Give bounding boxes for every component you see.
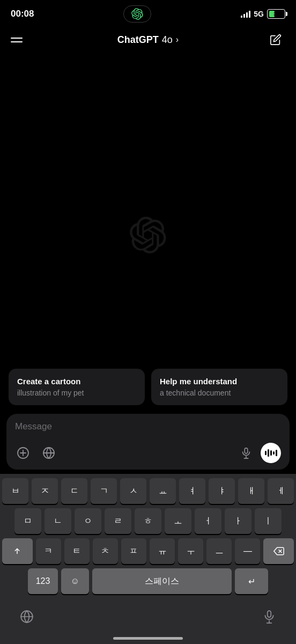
- key-ya[interactable]: ㅑ: [209, 478, 235, 504]
- app-title: ChatGPT: [117, 34, 159, 46]
- model-name: 4o: [162, 34, 173, 46]
- key-row-3: ㅋ ㅌ ㅊ ㅍ ㅠ ㅜ ㅡ —: [2, 538, 294, 564]
- menu-line-1: [11, 38, 23, 39]
- key-a[interactable]: ㅏ: [225, 508, 251, 534]
- keyboard-globe-icon: [20, 610, 34, 624]
- message-input-container: Message: [6, 414, 290, 470]
- model-selector-button[interactable]: ChatGPT 4o ›: [117, 34, 179, 46]
- edit-icon: [270, 34, 282, 46]
- nav-bar: ChatGPT 4o ›: [0, 26, 296, 56]
- key-jieut[interactable]: ㅈ: [32, 478, 58, 504]
- key-dash[interactable]: —: [235, 538, 260, 564]
- message-placeholder[interactable]: Message: [15, 421, 281, 437]
- chatgpt-swirl-icon: [131, 8, 143, 20]
- key-digeut[interactable]: ㄷ: [61, 478, 87, 504]
- key-row-bottom: 123 ☺ 스페이스 ↵: [2, 568, 294, 594]
- input-left-icons: [15, 445, 57, 461]
- keyboard-rows: ㅂ ㅈ ㄷ ㄱ ㅅ ㅛ ㅕ ㅑ ㅐ ㅔ ㅁ ㄴ ㅇ ㄹ ㅎ ㅗ ㅓ ㅏ ㅣ: [0, 474, 296, 601]
- status-right: 5G 37: [241, 9, 285, 19]
- globe-icon: [42, 447, 55, 459]
- key-yo[interactable]: ㅛ: [150, 478, 176, 504]
- key-u[interactable]: ㅜ: [178, 538, 203, 564]
- home-bar: [113, 637, 183, 640]
- globe-button[interactable]: [41, 445, 57, 461]
- input-right-icons: [238, 443, 281, 463]
- key-phieuph[interactable]: ㅍ: [121, 538, 146, 564]
- battery-text: 37: [273, 11, 279, 17]
- status-bar: 00:08 5G 37: [0, 0, 296, 26]
- suggestion-chip-0[interactable]: Create a cartoon illustration of my pet: [9, 369, 145, 405]
- svg-rect-5: [245, 448, 248, 453]
- key-eo[interactable]: ㅓ: [195, 508, 221, 534]
- key-hieut[interactable]: ㅎ: [135, 508, 161, 534]
- keyboard[interactable]: ㅂ ㅈ ㄷ ㄱ ㅅ ㅛ ㅕ ㅑ ㅐ ㅔ ㅁ ㄴ ㅇ ㄹ ㅎ ㅗ ㅓ ㅏ ㅣ: [0, 474, 296, 637]
- suggestion-chip-1[interactable]: Help me understand a technical document: [151, 369, 287, 405]
- key-eu[interactable]: ㅡ: [206, 538, 232, 564]
- input-toolbar: [15, 443, 281, 463]
- key-i[interactable]: ㅣ: [255, 508, 282, 534]
- svg-rect-13: [268, 611, 271, 617]
- key-rieul[interactable]: ㄹ: [105, 508, 131, 534]
- key-giyeok[interactable]: ㄱ: [91, 478, 117, 504]
- signal-bars-icon: [241, 10, 250, 18]
- key-mieum[interactable]: ㅁ: [14, 508, 41, 534]
- key-ieung[interactable]: ㅇ: [75, 508, 101, 534]
- plus-icon: [17, 447, 29, 459]
- key-khieukh[interactable]: ㅋ: [36, 538, 61, 564]
- suggestion-title-1: Help me understand: [160, 376, 279, 387]
- space-button[interactable]: 스페이스: [92, 568, 232, 594]
- key-nieun[interactable]: ㄴ: [45, 508, 71, 534]
- voice-button[interactable]: [238, 445, 254, 461]
- network-label: 5G: [254, 10, 264, 18]
- emoji-button[interactable]: ☺: [61, 568, 89, 594]
- key-chieuch[interactable]: ㅊ: [93, 538, 118, 564]
- key-row-1: ㅂ ㅈ ㄷ ㄱ ㅅ ㅛ ㅕ ㅑ ㅐ ㅔ: [2, 478, 294, 504]
- suggestion-title-0: Create a cartoon: [17, 376, 136, 387]
- chatgpt-pill: [123, 5, 151, 23]
- home-indicator: [0, 637, 296, 644]
- suggestion-subtitle-0: illustration of my pet: [17, 388, 136, 398]
- shift-icon: [12, 546, 22, 556]
- shift-button[interactable]: [2, 538, 33, 564]
- key-row-2: ㅁ ㄴ ㅇ ㄹ ㅎ ㅗ ㅓ ㅏ ㅣ: [2, 508, 294, 534]
- number-toggle-button[interactable]: 123: [28, 568, 58, 594]
- openai-logo-icon: [129, 216, 167, 254]
- keyboard-microphone-icon: [262, 610, 276, 624]
- suggestion-subtitle-1: a technical document: [160, 388, 279, 398]
- status-time: 00:08: [11, 9, 34, 19]
- key-e[interactable]: ㅔ: [268, 478, 294, 504]
- status-center: [123, 5, 151, 23]
- key-ae[interactable]: ㅐ: [238, 478, 264, 504]
- main-content: Create a cartoon illustration of my pet …: [0, 56, 296, 414]
- new-chat-button[interactable]: [266, 30, 285, 49]
- suggestions-container: Create a cartoon illustration of my pet …: [0, 362, 296, 414]
- key-o[interactable]: ㅗ: [165, 508, 191, 534]
- return-button[interactable]: ↵: [235, 568, 268, 594]
- microphone-icon: [240, 447, 252, 459]
- key-bieup[interactable]: ㅂ: [2, 478, 28, 504]
- keyboard-bottom-bar: [0, 601, 296, 637]
- menu-button[interactable]: [11, 30, 30, 49]
- key-siot[interactable]: ㅅ: [120, 478, 146, 504]
- delete-button[interactable]: [263, 538, 294, 564]
- key-yeo[interactable]: ㅕ: [179, 478, 205, 504]
- attach-button[interactable]: [15, 445, 31, 461]
- key-yu[interactable]: ㅠ: [150, 538, 175, 564]
- waveform-button[interactable]: [261, 443, 281, 463]
- keyboard-globe-button[interactable]: [15, 605, 39, 628]
- menu-line-2: [11, 41, 23, 42]
- waveform-bars-icon: [265, 449, 277, 457]
- chevron-right-icon: ›: [176, 35, 179, 45]
- key-thieuth[interactable]: ㅌ: [64, 538, 90, 564]
- battery-indicator: 37: [267, 9, 285, 19]
- backspace-icon: [273, 546, 284, 557]
- keyboard-mic-button[interactable]: [257, 605, 281, 628]
